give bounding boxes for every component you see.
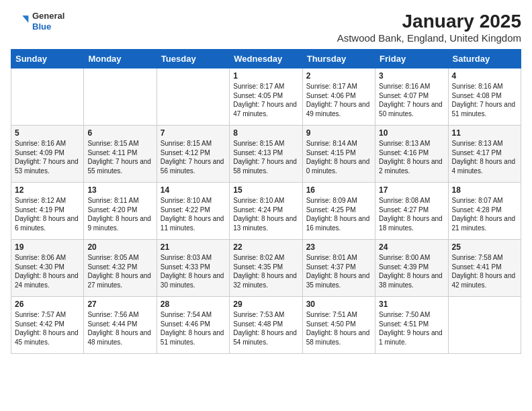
- logo-general: General: [32, 11, 64, 21]
- cell-info: Sunrise: 8:01 AMSunset: 4:37 PMDaylight:…: [306, 253, 371, 289]
- cell-info-line: Sunset: 4:22 PM: [161, 205, 226, 215]
- cell-info-line: Sunset: 4:09 PM: [15, 148, 80, 158]
- calendar-week-row: 19Sunrise: 8:06 AMSunset: 4:30 PMDayligh…: [11, 240, 521, 297]
- cell-info: Sunrise: 7:57 AMSunset: 4:42 PMDaylight:…: [15, 310, 80, 347]
- calendar-cell: 27Sunrise: 7:56 AMSunset: 4:44 PMDayligh…: [84, 297, 157, 354]
- day-number: 23: [306, 242, 371, 252]
- cell-info-line: Sunrise: 8:07 AM: [452, 196, 517, 205]
- cell-info-line: Sunrise: 8:05 AM: [87, 253, 152, 263]
- cell-info: Sunrise: 8:07 AMSunset: 4:28 PMDaylight:…: [452, 196, 517, 232]
- cell-info: Sunrise: 8:15 AMSunset: 4:13 PMDaylight:…: [233, 139, 298, 175]
- calendar-cell: 22Sunrise: 8:02 AMSunset: 4:35 PMDayligh…: [230, 240, 302, 297]
- day-of-week-header: Sunday: [11, 50, 84, 68]
- calendar-cell: 29Sunrise: 7:53 AMSunset: 4:48 PMDayligh…: [230, 297, 302, 354]
- cell-info-line: Sunrise: 8:17 AM: [233, 82, 298, 91]
- cell-info-line: Sunrise: 8:00 AM: [379, 253, 444, 263]
- cell-info-line: Daylight: 8 hours and 51 minutes.: [161, 328, 226, 347]
- day-number: 24: [379, 242, 444, 252]
- cell-info-line: Daylight: 8 hours and 21 minutes.: [452, 214, 517, 232]
- cell-info: Sunrise: 8:16 AMSunset: 4:07 PMDaylight:…: [379, 82, 444, 118]
- cell-info-line: Sunset: 4:11 PM: [87, 148, 152, 158]
- cell-info-line: Sunset: 4:12 PM: [161, 148, 226, 158]
- calendar-cell: [84, 68, 157, 126]
- cell-info-line: Sunset: 4:35 PM: [233, 263, 298, 272]
- cell-info-line: Sunset: 4:41 PM: [452, 263, 517, 272]
- calendar-cell: 9Sunrise: 8:14 AMSunset: 4:15 PMDaylight…: [302, 126, 375, 183]
- cell-info-line: Sunrise: 8:09 AM: [306, 196, 371, 205]
- cell-info-line: Sunset: 4:46 PM: [161, 320, 226, 329]
- cell-info-line: Sunrise: 7:53 AM: [233, 310, 298, 320]
- cell-info: Sunrise: 7:53 AMSunset: 4:48 PMDaylight:…: [233, 310, 298, 347]
- svg-marker-1: [23, 15, 29, 23]
- calendar-cell: [11, 68, 84, 126]
- cell-info-line: Sunrise: 8:15 AM: [161, 139, 226, 148]
- calendar-body: 1Sunrise: 8:17 AMSunset: 4:05 PMDaylight…: [11, 68, 521, 354]
- cell-info-line: Daylight: 8 hours and 9 minutes.: [87, 214, 152, 232]
- cell-info-line: Daylight: 9 hours and 1 minute.: [379, 328, 444, 347]
- calendar-cell: 25Sunrise: 7:58 AMSunset: 4:41 PMDayligh…: [448, 240, 521, 297]
- calendar-week-row: 5Sunrise: 8:16 AMSunset: 4:09 PMDaylight…: [11, 126, 521, 183]
- cell-info-line: Sunrise: 8:14 AM: [306, 139, 371, 148]
- cell-info: Sunrise: 7:50 AMSunset: 4:51 PMDaylight:…: [379, 310, 444, 347]
- day-number: 16: [306, 185, 371, 195]
- cell-info: Sunrise: 8:06 AMSunset: 4:30 PMDaylight:…: [15, 253, 80, 289]
- day-number: 29: [233, 300, 298, 309]
- calendar-cell: 11Sunrise: 8:13 AMSunset: 4:17 PMDayligh…: [448, 126, 521, 183]
- calendar-cell: 4Sunrise: 8:16 AMSunset: 4:08 PMDaylight…: [448, 68, 521, 126]
- calendar-header: SundayMondayTuesdayWednesdayThursdayFrid…: [11, 50, 521, 68]
- day-number: 15: [233, 185, 298, 195]
- cell-info-line: Daylight: 8 hours and 54 minutes.: [233, 328, 298, 347]
- cell-info-line: Daylight: 7 hours and 56 minutes.: [161, 157, 226, 175]
- cell-info-line: Sunrise: 8:13 AM: [452, 139, 517, 148]
- days-of-week-row: SundayMondayTuesdayWednesdayThursdayFrid…: [11, 50, 521, 68]
- calendar-cell: 17Sunrise: 8:08 AMSunset: 4:27 PMDayligh…: [375, 183, 448, 240]
- cell-info-line: Daylight: 8 hours and 2 minutes.: [379, 157, 444, 175]
- calendar-cell: 24Sunrise: 8:00 AMSunset: 4:39 PMDayligh…: [375, 240, 448, 297]
- calendar-cell: 12Sunrise: 8:12 AMSunset: 4:19 PMDayligh…: [11, 183, 84, 240]
- cell-info-line: Sunset: 4:20 PM: [87, 205, 152, 215]
- calendar-cell: 26Sunrise: 7:57 AMSunset: 4:42 PMDayligh…: [11, 297, 84, 354]
- day-number: 3: [379, 71, 444, 81]
- cell-info-line: Daylight: 8 hours and 11 minutes.: [161, 214, 226, 232]
- cell-info: Sunrise: 8:09 AMSunset: 4:25 PMDaylight:…: [306, 196, 371, 232]
- cell-info-line: Sunrise: 8:16 AM: [452, 82, 517, 91]
- calendar-cell: [157, 68, 229, 126]
- calendar-cell: 1Sunrise: 8:17 AMSunset: 4:05 PMDaylight…: [230, 68, 302, 126]
- cell-info-line: Daylight: 8 hours and 16 minutes.: [306, 214, 371, 232]
- calendar-cell: 8Sunrise: 8:15 AMSunset: 4:13 PMDaylight…: [230, 126, 302, 183]
- cell-info-line: Daylight: 8 hours and 18 minutes.: [379, 214, 444, 232]
- cell-info: Sunrise: 8:13 AMSunset: 4:16 PMDaylight:…: [379, 139, 444, 175]
- cell-info-line: Sunset: 4:33 PM: [161, 263, 226, 272]
- cell-info: Sunrise: 8:15 AMSunset: 4:12 PMDaylight:…: [161, 139, 226, 175]
- cell-info-line: Sunset: 4:51 PM: [379, 320, 444, 329]
- cell-info-line: Daylight: 8 hours and 35 minutes.: [306, 271, 371, 289]
- cell-info-line: Sunrise: 8:16 AM: [15, 139, 80, 148]
- cell-info-line: Sunrise: 8:16 AM: [379, 82, 444, 91]
- page-header: General Blue January 2025 Astwood Bank, …: [11, 11, 521, 44]
- logo-text: General Blue: [32, 11, 64, 32]
- day-number: 19: [15, 242, 80, 252]
- day-number: 13: [87, 185, 152, 195]
- logo: General Blue: [11, 11, 64, 32]
- cell-info-line: Daylight: 7 hours and 58 minutes.: [233, 157, 298, 175]
- day-number: 2: [306, 71, 371, 81]
- calendar-cell: 6Sunrise: 8:15 AMSunset: 4:11 PMDaylight…: [84, 126, 157, 183]
- cell-info-line: Sunset: 4:08 PM: [452, 91, 517, 101]
- day-number: 27: [87, 300, 152, 309]
- cell-info-line: Sunrise: 7:50 AM: [379, 310, 444, 320]
- page-title: January 2025: [337, 11, 521, 32]
- calendar-cell: 21Sunrise: 8:03 AMSunset: 4:33 PMDayligh…: [157, 240, 229, 297]
- cell-info-line: Sunset: 4:07 PM: [379, 91, 444, 101]
- day-number: 8: [233, 128, 298, 138]
- cell-info-line: Daylight: 7 hours and 51 minutes.: [452, 100, 517, 118]
- day-of-week-header: Monday: [84, 50, 157, 68]
- cell-info: Sunrise: 8:17 AMSunset: 4:06 PMDaylight:…: [306, 82, 371, 118]
- calendar-week-row: 1Sunrise: 8:17 AMSunset: 4:05 PMDaylight…: [11, 68, 521, 126]
- cell-info: Sunrise: 8:15 AMSunset: 4:11 PMDaylight:…: [87, 139, 152, 175]
- cell-info-line: Daylight: 8 hours and 0 minutes.: [306, 157, 371, 175]
- cell-info-line: Sunset: 4:39 PM: [379, 263, 444, 272]
- calendar-cell: 5Sunrise: 8:16 AMSunset: 4:09 PMDaylight…: [11, 126, 84, 183]
- calendar-cell: 20Sunrise: 8:05 AMSunset: 4:32 PMDayligh…: [84, 240, 157, 297]
- day-number: 12: [15, 185, 80, 195]
- cell-info-line: Sunrise: 8:17 AM: [306, 82, 371, 91]
